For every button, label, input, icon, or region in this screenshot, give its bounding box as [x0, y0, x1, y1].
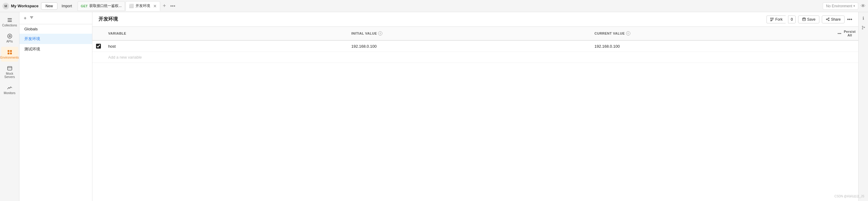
sidebar-item-monitors[interactable]: Monitors: [1, 82, 18, 97]
new-row-checkbox-cell: [92, 52, 104, 63]
filter-env-button[interactable]: [29, 15, 34, 22]
new-button[interactable]: New: [41, 2, 57, 10]
main-layout: Collections APIs Environments Mock Ser: [0, 12, 868, 201]
content-header-actions: Fork 0 Save: [767, 15, 852, 23]
share-button[interactable]: Share: [822, 15, 845, 23]
new-current-value-input[interactable]: [594, 55, 830, 60]
svg-rect-6: [10, 50, 12, 52]
svg-point-3: [8, 34, 12, 38]
save-button[interactable]: Save: [798, 15, 819, 23]
svg-point-4: [9, 36, 10, 37]
sidebar-item-mock-servers[interactable]: Mock Servers: [1, 63, 18, 81]
env-tab-icon: ⬜: [129, 4, 134, 8]
svg-point-21: [826, 19, 827, 20]
sidebar-item-apis-label: APIs: [6, 40, 13, 43]
fork-label: Fork: [775, 17, 783, 22]
tab-close-button[interactable]: ✕: [153, 4, 157, 8]
current-value-input[interactable]: [594, 44, 830, 48]
sidebar-panel: + Globals 开发环境 测试环境: [20, 12, 92, 201]
sidebar-item-mock-servers-label: Mock Servers: [2, 72, 17, 79]
right-branch-button[interactable]: [860, 24, 867, 32]
sidebar-item-collections[interactable]: Collections: [1, 14, 18, 29]
row-variable-cell[interactable]: [104, 41, 348, 52]
eye-button[interactable]: 👁: [861, 3, 866, 9]
initial-value-info-icon: i: [378, 31, 382, 36]
tab-get[interactable]: GET 获取接口统一鉴权...: [78, 1, 125, 11]
sidebar-item-collections-label: Collections: [2, 24, 17, 27]
save-icon: [802, 17, 806, 21]
col-initial-value-header: INITIAL VALUE i: [348, 27, 591, 40]
sidebar-panel-list: Globals 开发环境 测试环境: [20, 24, 92, 201]
new-variable-input[interactable]: [108, 55, 344, 60]
add-env-button[interactable]: +: [23, 15, 27, 22]
svg-rect-8: [10, 53, 12, 54]
fork-button[interactable]: Fork: [767, 15, 786, 23]
svg-point-16: [771, 20, 772, 21]
share-label: Share: [831, 17, 841, 22]
sidebar-list-test-env-label: 测试环境: [24, 46, 40, 52]
initial-value-input[interactable]: [351, 44, 587, 48]
initial-value-col-label: INITIAL VALUE: [351, 32, 377, 35]
row-checkbox-cell: [92, 41, 104, 52]
col-current-value-header: CURRENT VALUE i: [591, 27, 834, 40]
row-current-value-cell[interactable]: [591, 41, 834, 52]
tab-env[interactable]: ⬜ 开发环境 ✕: [126, 1, 160, 11]
new-row-current-cell[interactable]: [591, 52, 834, 63]
mock-servers-icon: [7, 65, 13, 71]
import-button[interactable]: Import: [59, 2, 75, 10]
more-cols-button[interactable]: •••: [838, 32, 841, 35]
svg-point-25: [862, 29, 863, 29]
new-row-variable-cell[interactable]: [104, 52, 348, 63]
variable-col-label: VARIABLE: [108, 32, 126, 35]
tab-more-button[interactable]: •••: [168, 3, 177, 9]
more-actions-button[interactable]: •••: [847, 17, 852, 22]
fork-count[interactable]: 0: [788, 15, 796, 23]
tabs-area: GET 获取接口统一鉴权... ⬜ 开发环境 ✕ + •••: [78, 1, 820, 11]
env-selector-label: No Environment: [826, 4, 852, 8]
apis-icon: [7, 33, 13, 39]
fork-icon: [770, 17, 774, 22]
right-info-button[interactable]: ℹ: [861, 14, 865, 22]
new-row-actions-cell: [834, 52, 858, 63]
new-variable-row: [92, 52, 858, 63]
environments-icon: [7, 49, 13, 55]
current-value-info-icon: i: [626, 31, 630, 36]
col-variable-header: VARIABLE: [104, 27, 348, 40]
sidebar-icons: Collections APIs Environments Mock Ser: [0, 12, 20, 201]
workspace-name[interactable]: M My Workspace: [2, 3, 39, 9]
top-bar: M My Workspace New Import GET 获取接口统一鉴权..…: [0, 0, 868, 12]
sidebar-list-item-test-env[interactable]: 测试环境: [20, 44, 92, 54]
svg-line-22: [827, 19, 829, 19]
new-row-initial-cell[interactable]: [348, 52, 591, 63]
sidebar-list-item-dev-env[interactable]: 开发环境: [20, 34, 92, 44]
svg-rect-2: [8, 21, 12, 22]
watermark: CSDN @码码说话_JS: [835, 194, 865, 199]
svg-point-19: [829, 18, 829, 19]
persist-all-button[interactable]: Persist All: [844, 30, 856, 37]
sidebar-list-item-globals[interactable]: Globals: [20, 24, 92, 34]
row-checkbox[interactable]: [96, 44, 101, 48]
new-initial-value-input[interactable]: [351, 55, 587, 60]
workspace-avatar: M: [2, 3, 9, 9]
table-row: [92, 41, 858, 52]
env-selector[interactable]: No Environment ▾: [823, 2, 858, 10]
top-bar-right: No Environment ▾ 👁: [823, 2, 866, 10]
sidebar-panel-header: +: [20, 12, 92, 24]
collections-icon: [7, 17, 13, 23]
sidebar-item-apis[interactable]: APIs: [1, 31, 18, 45]
col-checkbox-header: [92, 27, 104, 40]
filter-icon: [29, 15, 34, 20]
row-actions-cell: [834, 41, 858, 52]
svg-rect-1: [8, 20, 12, 20]
row-initial-value-cell[interactable]: [348, 41, 591, 52]
variable-input[interactable]: [108, 44, 344, 48]
svg-point-14: [771, 18, 772, 19]
tab-add-button[interactable]: +: [161, 2, 168, 10]
content-title: 开发环境: [98, 16, 118, 23]
svg-line-23: [827, 20, 829, 20]
tab-env-title: 开发环境: [135, 3, 150, 8]
method-badge: GET: [81, 4, 88, 8]
sidebar-item-environments[interactable]: Environments: [1, 47, 18, 62]
chevron-down-icon: ▾: [854, 4, 855, 8]
sidebar-right-icons: ℹ: [858, 12, 868, 201]
